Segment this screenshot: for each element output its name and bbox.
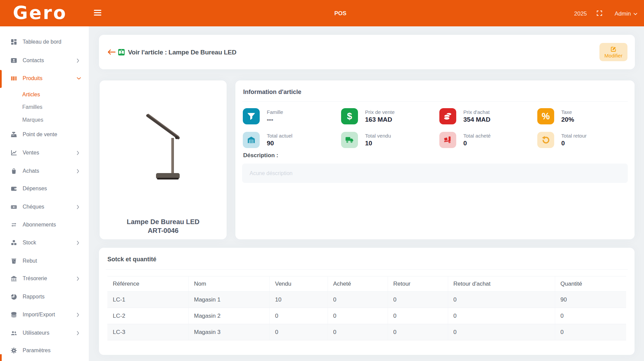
col-vendu: Vendu — [269, 276, 328, 292]
user-menu-label: Admin — [615, 10, 631, 17]
repeat-icon — [10, 221, 17, 228]
truck-icon — [341, 132, 358, 148]
app-title: POS — [334, 10, 346, 17]
chevron-right-icon — [77, 331, 79, 335]
sidebar-item-tresorerie[interactable]: Trésorerie — [0, 272, 89, 285]
sidebar-item-rapports[interactable]: Rapports — [0, 290, 89, 304]
article-badge-icon — [118, 49, 125, 55]
sidebar-item-depenses[interactable]: Dépenses — [0, 182, 89, 195]
coins-icon — [439, 108, 456, 124]
gear-icon — [10, 347, 17, 354]
edit-button[interactable]: Modifier — [599, 43, 627, 61]
sidebar-item-produits[interactable]: Produits — [0, 72, 89, 85]
description-placeholder: Acune déscription — [250, 170, 292, 176]
info-card-title: Information d'article — [243, 89, 301, 96]
fullscreen-icon[interactable] — [596, 10, 602, 16]
col-nom: Nom — [188, 276, 269, 292]
barcode-icon — [10, 75, 17, 82]
stat-famille: Famille--- — [243, 108, 341, 125]
col-reference: Référence — [107, 276, 188, 292]
stat-prix-achat: Prix d'achat354 MAD — [439, 108, 537, 125]
sidebar-item-import-export[interactable]: Import/Export — [0, 308, 89, 321]
chevron-down-icon — [77, 77, 81, 80]
database-icon — [10, 311, 17, 318]
chevron-right-icon — [77, 205, 79, 209]
boxes-icon — [10, 239, 17, 246]
col-achete: Acheté — [328, 276, 388, 292]
sidebar-item-stock[interactable]: Stock — [0, 236, 89, 249]
chevron-right-icon — [77, 313, 79, 317]
sidebar: Tableau de bord Contacts Produits Articl… — [0, 26, 89, 361]
trash-icon — [10, 258, 17, 264]
sidebar-item-abonnements[interactable]: Abonnements — [0, 218, 89, 232]
sidebar-item-familles[interactable]: Familles — [0, 102, 89, 112]
stats-grid: Famille--- $Prix de vente163 MAD Prix d'… — [243, 108, 622, 149]
bank-icon — [10, 275, 17, 282]
sidebar-item-achats[interactable]: Achats — [0, 164, 89, 178]
percent-icon: % — [537, 108, 554, 124]
edit-icon — [611, 46, 617, 52]
sidebar-item-ventes[interactable]: Ventes — [0, 146, 89, 160]
stock-card-title: Sotck et quantité — [107, 256, 156, 263]
chart-icon — [10, 149, 17, 156]
col-quantite: Quantité — [555, 276, 626, 292]
sidebar-item-contacts[interactable]: Contacts — [0, 54, 89, 67]
stock-card: Sotck et quantité Référence Nom Vendu Ac… — [99, 248, 635, 355]
chevron-right-icon — [77, 276, 79, 281]
table-row: LC-3Magasin 300000 — [107, 324, 626, 340]
stat-total-achete: Total acheté0 — [439, 132, 537, 149]
wallet-icon — [10, 185, 17, 192]
filter-icon — [243, 108, 260, 124]
sidebar-item-cheques[interactable]: Chéques — [0, 200, 89, 214]
back-arrow-icon[interactable] — [107, 49, 115, 55]
sidebar-scrollbar[interactable] — [0, 354, 2, 361]
chevron-down-icon — [634, 13, 637, 15]
product-image-card: Lampe De Bureau LED ART-0046 — [100, 80, 227, 239]
shopping-bag-icon — [10, 168, 17, 174]
dollar-icon: $ — [341, 108, 358, 124]
cheque-icon — [10, 203, 17, 210]
table-row: LC-1Magasin 11000090 — [107, 292, 626, 308]
product-reference: ART-0046 — [100, 227, 227, 235]
year-label: 2025 — [574, 10, 587, 17]
hamburger-menu-icon[interactable] — [94, 10, 101, 17]
top-header: Gero POS 2025 Admin — [0, 0, 644, 26]
stat-prix-de-vente: $Prix de vente163 MAD — [341, 108, 439, 125]
divider — [106, 269, 628, 270]
undo-icon — [537, 132, 554, 148]
page-title: Voir l'article : Lampe De Bureau LED — [128, 49, 236, 56]
description-label: Déscription : — [243, 152, 278, 159]
description-box: Acune déscription — [242, 164, 628, 183]
article-info-card: Information d'article Famille--- $Prix d… — [235, 80, 635, 239]
sidebar-item-utilisateurs[interactable]: Utilisateurs — [0, 326, 89, 340]
col-retour: Retour — [388, 276, 448, 292]
warehouse-icon — [243, 132, 260, 148]
sidebar-item-rebut[interactable]: Rebut — [0, 254, 89, 268]
user-menu[interactable]: Admin — [615, 10, 637, 17]
divider — [242, 101, 628, 102]
contacts-icon — [10, 57, 17, 64]
col-retour-achat: Retour d'achat — [448, 276, 555, 292]
article-title-card: Voir l'article : Lampe De Bureau LED Mod… — [99, 35, 635, 69]
stat-total-vendu: Total vendu10 — [341, 132, 439, 149]
users-icon — [10, 330, 17, 336]
chevron-right-icon — [77, 169, 79, 173]
pie-chart-icon — [10, 293, 17, 300]
chevron-right-icon — [77, 151, 79, 155]
sidebar-item-point-de-vente[interactable]: Point de vente — [0, 128, 89, 141]
sidebar-item-marques[interactable]: Marques — [0, 115, 89, 125]
sidebar-item-parametres[interactable]: Paramètres — [0, 344, 89, 357]
table-row: LC-2Magasin 200000 — [107, 308, 626, 324]
stat-taxe: %Taxe20% — [537, 108, 622, 125]
table-header-row: Référence Nom Vendu Acheté Retour Retour… — [107, 276, 626, 292]
cash-register-icon — [10, 131, 17, 138]
stat-total-retour: Total retour0 — [537, 132, 622, 149]
sidebar-item-tableau-de-bord[interactable]: Tableau de bord — [0, 35, 89, 49]
product-name: Lampe De Bureau LED — [100, 218, 227, 226]
dolly-icon — [439, 132, 456, 148]
logo: Gero — [13, 2, 67, 23]
sidebar-item-articles[interactable]: Articles — [0, 90, 89, 100]
chevron-right-icon — [77, 58, 79, 63]
chevron-right-icon — [77, 241, 79, 245]
stat-total-actuel: Total actuel90 — [243, 132, 341, 149]
